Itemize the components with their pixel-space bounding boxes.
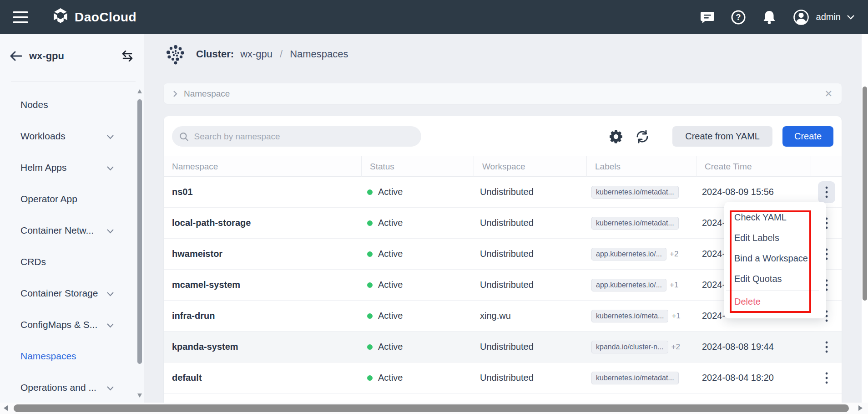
label-chip[interactable]: app.kubernetes.io/... [591,279,666,291]
divider [726,290,819,291]
app-window: DaoCloud ? admin [0,0,868,414]
label-more-count: +2 [671,342,680,352]
namespace-name[interactable]: mcamel-system [164,280,362,290]
sidebar-item-crds[interactable]: CRDs [0,250,137,273]
search-input[interactable] [194,132,414,142]
switch-cluster-icon[interactable] [121,51,134,61]
notifications-bell-icon[interactable] [762,10,777,25]
namespace-name[interactable]: kpanda-system [164,342,362,352]
close-icon[interactable]: ✕ [824,89,833,98]
chevron-down-icon [107,225,114,236]
status-dot [367,375,373,381]
table-row[interactable]: default Active Undistributed kubernetes.… [164,363,842,394]
breadcrumb-current: Namespaces [290,48,348,60]
label-chip[interactable]: app.kubernetes.io/... [591,248,666,261]
settings-gear-icon[interactable] [608,128,624,145]
status-dot [367,313,373,319]
status-text: Active [378,311,403,321]
chevron-down-icon [847,15,854,20]
refresh-icon[interactable] [634,128,651,145]
sidebar-nav: Nodes Workloads Helm Apps Operator App C… [0,93,137,408]
avatar [792,9,810,26]
search-box[interactable] [172,126,421,147]
breadcrumb: Cluster: wx-gpu / Namespaces [166,42,348,66]
table-row[interactable]: kpanda-system Active Undistributed kpand… [164,332,842,363]
namespace-name[interactable]: local-path-storage [164,218,362,228]
namespace-name[interactable]: hwameistor [164,249,362,259]
vertical-scrollbar[interactable] [862,34,868,403]
row-actions-kebab-button[interactable] [818,181,835,203]
namespace-name[interactable]: default [164,373,362,383]
namespace-name[interactable]: ns01 [164,187,362,197]
label-chip[interactable]: kubernetes.io/metadat... [591,186,679,199]
sidebar-item-operator-app[interactable]: Operator App [0,188,137,210]
status-text: Active [378,187,403,197]
namespace-name[interactable]: infra-drun [164,311,362,321]
scrollbar-thumb[interactable] [137,99,142,364]
menu-item-delete[interactable]: Delete [724,291,826,312]
workspace-cell: Undistributed [474,280,587,290]
label-chip[interactable]: kubernetes.io/meta... [591,310,668,322]
menu-item-check-yaml[interactable]: Check YAML [724,207,826,228]
create-button[interactable]: Create [782,126,833,147]
breadcrumb-prefix: Cluster: [196,48,234,60]
help-icon[interactable]: ? [731,10,746,25]
chevron-down-icon [107,382,114,393]
sidebar-item-configmaps-secrets[interactable]: ConfigMaps & S... [0,313,137,336]
daocloud-logo-icon [52,8,69,27]
scrollbar-thumb[interactable] [14,404,849,412]
divider [11,82,136,82]
sidebar-item-nodes[interactable]: Nodes [0,93,137,116]
menu-item-bind-workspace[interactable]: Bind a Workspace [724,248,826,269]
scroll-right-arrow-icon[interactable] [858,405,863,411]
user-menu[interactable]: admin [792,9,854,26]
breadcrumb-separator: / [280,48,283,60]
scrollbar-thumb[interactable] [863,87,867,301]
sidebar-item-operations[interactable]: Operations and ... [0,376,137,399]
menu-item-edit-labels[interactable]: Edit Labels [724,228,826,248]
back-arrow-icon[interactable] [10,51,22,61]
sidebar-item-helm-apps[interactable]: Helm Apps [0,156,137,179]
chevron-down-icon [107,131,114,142]
namespace-filter-bar[interactable]: Namespace ✕ [164,83,842,104]
workspace-cell: Undistributed [474,218,587,228]
row-actions-kebab-button[interactable] [818,336,835,358]
status-dot [367,344,373,350]
chevron-down-icon [107,319,114,330]
workspace-cell: Undistributed [474,187,587,197]
horizontal-scrollbar[interactable] [0,403,868,414]
label-chip[interactable]: kubernetes.io/metadat... [591,372,679,384]
status-dot [367,189,373,195]
status-dot [367,220,373,226]
sidebar-item-container-network[interactable]: Container Netw... [0,219,137,242]
sidebar: wx-gpu Nodes Workloads Helm Apps Operato… [0,34,144,414]
sidebar-item-container-storage[interactable]: Container Storage [0,282,137,305]
column-header-status: Status [362,156,474,177]
workspace-cell: xing.wu [474,311,587,321]
chat-icon[interactable] [700,10,715,25]
breadcrumb-cluster[interactable]: wx-gpu [240,48,273,60]
menu-item-edit-quotas[interactable]: Edit Quotas [724,269,826,289]
create-from-yaml-button[interactable]: Create from YAML [672,126,772,147]
table-header: Namespace Status Workspace Labels Create… [164,156,842,177]
brand-name: DaoCloud [75,10,136,25]
column-header-actions [811,156,842,177]
row-actions-menu: Check YAML Edit Labels Bind a Workspace … [724,202,826,318]
sidebar-scrollbar[interactable] [137,89,142,400]
column-header-namespace: Namespace [164,156,362,177]
label-chip[interactable]: kpanda.io/cluster-n... [591,341,668,353]
scroll-up-arrow-icon[interactable] [137,89,142,93]
brand[interactable]: DaoCloud [52,8,136,27]
sidebar-item-namespaces[interactable]: Namespaces [0,345,137,368]
row-actions-kebab-button[interactable] [818,367,835,389]
menu-icon[interactable] [13,11,28,23]
column-header-labels: Labels [587,156,696,177]
workspace-cell: Undistributed [474,249,587,259]
username: admin [816,12,841,22]
scroll-down-arrow-icon[interactable] [137,394,142,398]
status-text: Active [378,342,403,352]
label-chip[interactable]: kubernetes.io/metadat... [591,217,679,230]
sidebar-item-workloads[interactable]: Workloads [0,125,137,148]
chevron-right-icon[interactable] [173,90,177,97]
scroll-left-arrow-icon[interactable] [4,405,8,411]
